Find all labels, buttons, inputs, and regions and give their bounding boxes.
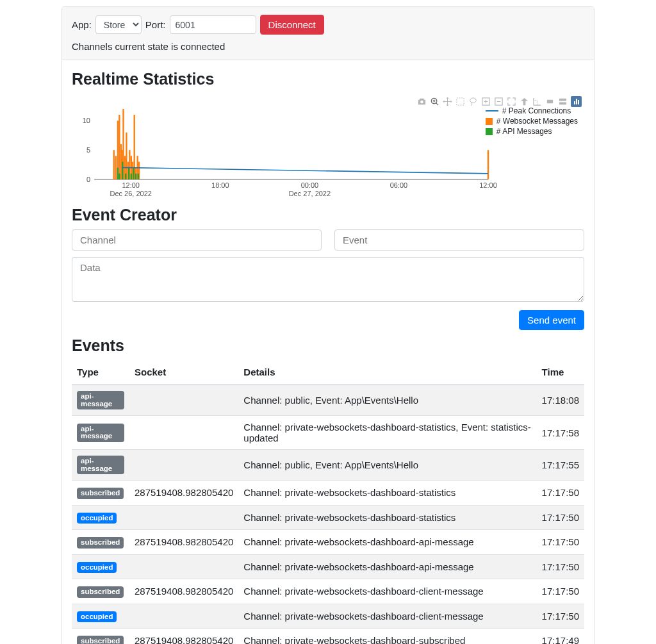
svg-rect-31 <box>113 150 115 179</box>
table-row: occupiedChannel: private-websockets-dash… <box>72 604 584 629</box>
type-badge: subscribed <box>77 537 124 549</box>
svg-rect-17 <box>547 100 553 104</box>
svg-rect-18 <box>559 99 566 101</box>
port-input[interactable] <box>170 15 256 34</box>
app-select[interactable]: Store <box>95 15 142 34</box>
th-socket: Socket <box>129 360 238 384</box>
svg-rect-52 <box>125 174 126 179</box>
hover-closest-icon[interactable] <box>545 97 555 106</box>
app-label: App: <box>72 19 92 30</box>
socket-cell: 287519408.982805420 <box>129 579 238 604</box>
time-cell: 17:17:50 <box>537 481 584 506</box>
svg-text:0: 0 <box>86 176 90 183</box>
creator-title: Event Creator <box>72 206 584 224</box>
time-cell: 17:17:55 <box>537 450 584 481</box>
chart[interactable]: 051012:0018:0000:0006:0012:00Dec 26, 202… <box>72 94 584 199</box>
legend-peak[interactable]: # Peak Connections <box>486 106 578 115</box>
camera-icon[interactable] <box>417 97 427 106</box>
socket-cell <box>129 604 238 629</box>
svg-text:5: 5 <box>86 146 90 154</box>
svg-text:18:00: 18:00 <box>211 181 229 189</box>
details-cell: Channel: private-websockets-dashboard-cl… <box>238 579 536 604</box>
details-cell: Channel: private-websockets-dashboard-ap… <box>238 530 536 555</box>
reset-axes-icon[interactable] <box>520 97 529 106</box>
dashboard-card: App: Store Port: Disconnect Channels cur… <box>62 6 594 644</box>
table-row: occupiedChannel: private-websockets-dash… <box>72 554 584 579</box>
lasso-icon[interactable] <box>468 97 478 106</box>
send-event-button[interactable]: Send event <box>519 310 584 330</box>
pan-icon[interactable] <box>443 97 452 106</box>
svg-point-7 <box>470 98 476 103</box>
type-badge: occupied <box>77 611 117 623</box>
socket-cell <box>129 505 238 530</box>
table-row: subscribed287519408.982805420Channel: pr… <box>72 579 584 604</box>
card-body: Realtime Statistics 051012:0018:0000 <box>62 60 594 644</box>
details-cell: Channel: private-websockets-dashboard-st… <box>238 505 536 530</box>
table-row: api-messageChannel: public, Event: App\E… <box>72 450 584 481</box>
events-table: Type Socket Details Time api-messageChan… <box>72 360 584 644</box>
socket-cell: 287519408.982805420 <box>129 481 238 506</box>
hover-compare-icon[interactable] <box>558 97 568 106</box>
autoscale-icon[interactable] <box>507 97 516 106</box>
events-header-row: Type Socket Details Time <box>72 360 584 384</box>
type-badge: api-message <box>77 391 124 409</box>
time-cell: 17:17:50 <box>537 505 584 530</box>
svg-rect-32 <box>115 156 117 179</box>
details-cell: Channel: private-websockets-dashboard-st… <box>238 481 536 506</box>
svg-text:Dec 26, 2022: Dec 26, 2022 <box>110 190 151 197</box>
socket-cell: 287519408.982805420 <box>129 629 238 645</box>
type-badge: subscribed <box>77 586 124 598</box>
svg-rect-34 <box>119 115 120 179</box>
zoom-in-icon[interactable] <box>481 97 491 106</box>
table-row: subscribed287519408.982805420Channel: pr… <box>72 530 584 555</box>
svg-rect-35 <box>120 144 122 179</box>
events-tbody: api-messageChannel: public, Event: App\E… <box>72 384 584 644</box>
details-cell: Channel: private-websockets-dashboard-cl… <box>238 604 536 629</box>
spike-lines-icon[interactable] <box>532 97 542 106</box>
details-cell: Channel: public, Event: App\Events\Hello <box>238 384 536 416</box>
zoom-out-icon[interactable] <box>494 97 504 106</box>
svg-rect-53 <box>128 168 129 179</box>
data-textarea[interactable] <box>72 257 584 302</box>
socket-cell <box>129 416 238 450</box>
disconnect-button[interactable]: Disconnect <box>260 15 324 35</box>
chart-toolbar <box>417 96 582 107</box>
time-cell: 17:17:50 <box>537 530 584 555</box>
details-cell: Channel: public, Event: App\Events\Hello <box>238 450 536 481</box>
table-row: api-messageChannel: public, Event: App\E… <box>72 384 584 416</box>
svg-text:12:00: 12:00 <box>479 181 497 189</box>
stats-title: Realtime Statistics <box>72 70 584 88</box>
type-badge: subscribed <box>77 488 124 499</box>
plotly-logo-icon[interactable] <box>571 96 582 107</box>
time-cell: 17:17:50 <box>537 579 584 604</box>
zoom-icon[interactable] <box>430 97 439 106</box>
th-time: Time <box>537 360 584 384</box>
header-form: App: Store Port: Disconnect <box>72 15 584 35</box>
table-row: subscribed287519408.982805420Channel: pr… <box>72 629 584 645</box>
svg-rect-51 <box>122 162 123 180</box>
svg-rect-48 <box>488 150 489 179</box>
socket-cell <box>129 554 238 579</box>
time-cell: 17:17:50 <box>537 604 584 629</box>
legend-api[interactable]: # API Messages <box>486 127 578 136</box>
time-cell: 17:18:08 <box>537 384 584 416</box>
events-title: Events <box>72 336 584 355</box>
channel-input[interactable] <box>72 229 322 251</box>
details-cell: Channel: private-websockets-dashboard-su… <box>238 629 536 645</box>
creator-row <box>72 229 584 251</box>
legend-ws[interactable]: # Websocket Messages <box>486 117 578 126</box>
status-text: Channels current state is connected <box>72 41 584 52</box>
type-badge: subscribed <box>77 636 124 644</box>
chart-legend: # Peak Connections # Websocket Messages … <box>486 106 578 137</box>
box-select-icon[interactable] <box>455 97 465 106</box>
type-badge: api-message <box>77 456 124 474</box>
socket-cell <box>129 450 238 481</box>
svg-text:Dec 27, 2022: Dec 27, 2022 <box>289 190 331 197</box>
details-cell: Channel: private-websockets-dashboard-ap… <box>238 554 536 579</box>
svg-text:12:00: 12:00 <box>122 181 140 189</box>
svg-text:06:00: 06:00 <box>390 181 408 189</box>
svg-line-1 <box>436 103 438 105</box>
time-cell: 17:17:49 <box>537 629 584 645</box>
event-input[interactable] <box>334 229 584 251</box>
svg-rect-50 <box>119 174 120 179</box>
